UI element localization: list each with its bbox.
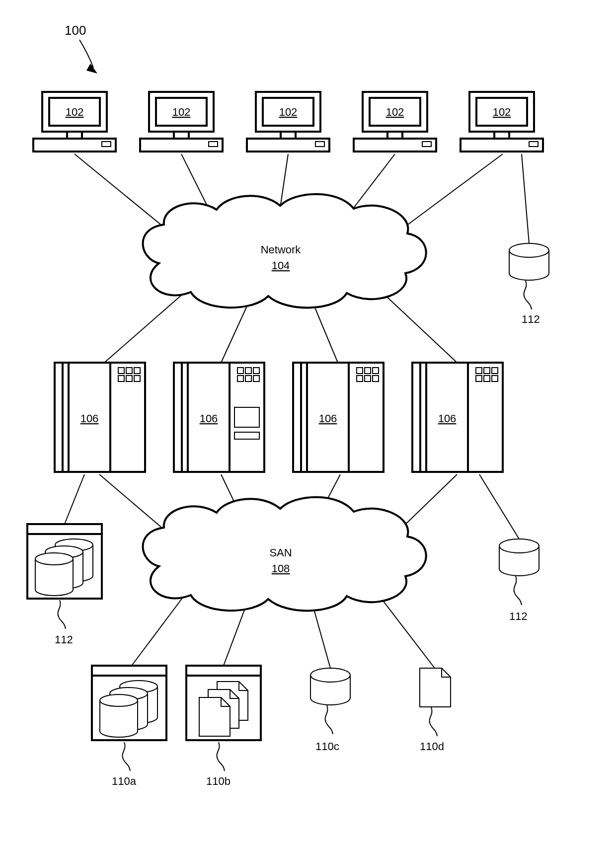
server-cabinet: 106 bbox=[293, 363, 384, 472]
client-ref: 102 bbox=[172, 106, 191, 118]
client-computer: 102 bbox=[247, 92, 329, 152]
svg-line-56 bbox=[224, 606, 246, 666]
storage-ref-b: 110b bbox=[206, 775, 231, 787]
server-cabinet: 106 bbox=[174, 363, 264, 472]
storage-110d bbox=[420, 668, 451, 707]
client-ref: 102 bbox=[66, 106, 84, 118]
svg-line-46 bbox=[221, 303, 248, 363]
server-row: 106 106 106 106 bbox=[55, 363, 503, 472]
svg-line-53 bbox=[65, 474, 84, 524]
das-disk-array-left bbox=[27, 524, 102, 599]
storage-110b bbox=[186, 666, 261, 740]
svg-line-47 bbox=[313, 303, 338, 363]
figure-ref: 100 bbox=[65, 23, 86, 38]
san-title: SAN bbox=[269, 546, 292, 559]
storage-ref-c: 110c bbox=[315, 740, 339, 753]
client-row: 102 102 102 102 102 bbox=[33, 92, 543, 152]
svg-line-48 bbox=[378, 288, 457, 363]
network-title: Network bbox=[261, 243, 302, 256]
das-disk-top-right bbox=[509, 243, 549, 280]
client-computer: 102 bbox=[140, 92, 223, 152]
san-ref: 108 bbox=[272, 562, 290, 575]
server-ref: 106 bbox=[438, 412, 457, 425]
client-ref: 102 bbox=[493, 106, 511, 118]
client-computer: 102 bbox=[354, 92, 436, 152]
das-ref-left: 112 bbox=[55, 633, 73, 646]
storage-ref-d: 110d bbox=[420, 740, 444, 753]
das-ref-top-right: 112 bbox=[522, 313, 540, 325]
das-ref-right: 112 bbox=[509, 610, 528, 622]
svg-line-45 bbox=[104, 293, 184, 363]
storage-110c bbox=[310, 668, 350, 705]
server-cabinet: 106 bbox=[55, 363, 145, 472]
server-ref: 106 bbox=[80, 412, 99, 425]
storage-ref-a: 110a bbox=[112, 775, 137, 787]
client-ref: 102 bbox=[386, 106, 404, 118]
client-ref: 102 bbox=[279, 106, 298, 118]
server-cabinet: 106 bbox=[412, 363, 503, 472]
san-cloud: SAN 108 bbox=[143, 497, 426, 611]
svg-line-58 bbox=[378, 594, 435, 668]
client-computer: 102 bbox=[33, 92, 116, 152]
svg-line-44 bbox=[522, 154, 529, 243]
svg-line-57 bbox=[313, 606, 330, 668]
server-ref: 106 bbox=[200, 412, 218, 425]
svg-line-55 bbox=[132, 596, 184, 666]
network-ref: 104 bbox=[272, 259, 290, 272]
storage-110a bbox=[92, 666, 166, 740]
server-ref: 106 bbox=[319, 412, 337, 425]
figure-100: 100 102 bbox=[0, 0, 616, 842]
network-cloud: Network 104 bbox=[143, 194, 426, 308]
das-disk-right bbox=[499, 539, 539, 576]
client-computer: 102 bbox=[461, 92, 543, 152]
svg-line-54 bbox=[479, 474, 519, 539]
